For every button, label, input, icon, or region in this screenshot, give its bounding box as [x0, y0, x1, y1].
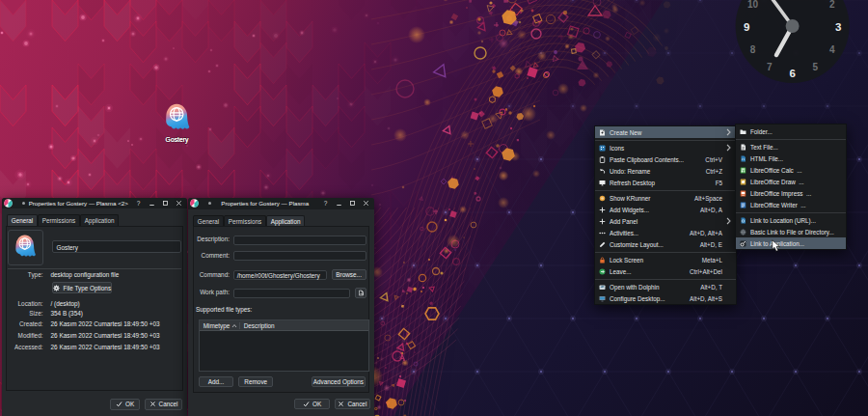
svg-text:7: 7	[767, 62, 773, 72]
svg-text:Gostery: Gostery	[166, 136, 189, 144]
svg-text:8: 8	[750, 44, 756, 55]
svg-text:5: 5	[813, 62, 819, 72]
svg-text:4: 4	[829, 44, 835, 55]
svg-text:2: 2	[829, 0, 835, 10]
svg-text:6: 6	[789, 68, 795, 79]
svg-text:9: 9	[744, 21, 749, 33]
svg-text:3: 3	[835, 21, 841, 33]
svg-text:10: 10	[747, 0, 759, 10]
